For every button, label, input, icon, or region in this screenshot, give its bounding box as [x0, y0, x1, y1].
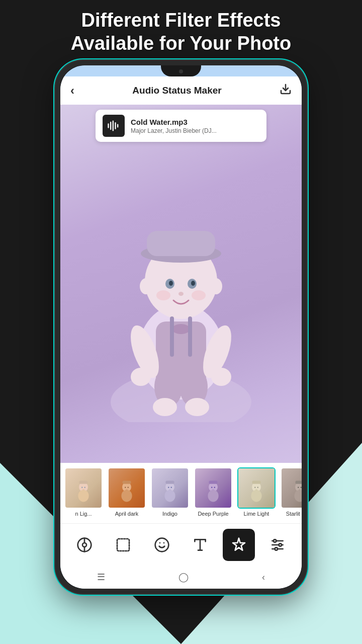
svg-point-60	[298, 487, 299, 488]
svg-rect-5	[117, 124, 118, 128]
svg-rect-3	[113, 121, 114, 131]
svg-point-22	[131, 368, 151, 386]
filter-thumb-april-dark	[108, 467, 146, 509]
toolbar-filter-button[interactable]	[223, 529, 255, 561]
svg-rect-1	[108, 123, 109, 128]
nav-menu[interactable]: ☰	[97, 572, 105, 583]
svg-point-56	[257, 487, 258, 488]
page-title: Different Filter Effects Available for Y…	[0, 9, 362, 55]
filter-item-prev[interactable]: n Lig...	[62, 465, 105, 521]
filter-thumb-indigo	[151, 467, 189, 509]
svg-point-35	[81, 487, 82, 488]
svg-rect-28	[170, 316, 174, 357]
svg-point-45	[168, 487, 169, 488]
svg-point-17	[178, 292, 184, 296]
filter-item-deep-purple[interactable]: Deep Purple	[192, 465, 234, 521]
baby-photo	[60, 105, 302, 478]
phone-screen: ‹ Audio Status Maker	[60, 65, 302, 589]
svg-rect-2	[110, 122, 111, 130]
phone-frame: ‹ Audio Status Maker	[55, 60, 307, 594]
download-button[interactable]	[280, 83, 292, 98]
svg-point-30	[140, 278, 152, 294]
filter-item-lime-light[interactable]: Lime Light	[235, 465, 278, 521]
app-header: ‹ Audio Status Maker	[60, 76, 302, 105]
filter-label-deep-purple: Deep Purple	[198, 511, 228, 517]
svg-point-15	[169, 281, 173, 286]
bottom-toolbar	[60, 523, 302, 566]
svg-rect-12	[147, 231, 215, 256]
svg-point-26	[153, 398, 177, 416]
back-button[interactable]: ‹	[70, 84, 74, 98]
toolbar-text-button[interactable]	[184, 529, 216, 561]
svg-rect-29	[188, 316, 192, 357]
svg-rect-66	[117, 539, 129, 551]
svg-rect-53	[252, 480, 261, 484]
svg-rect-48	[209, 480, 218, 484]
svg-point-59	[294, 490, 302, 502]
filter-thumb-lime-light	[237, 467, 276, 509]
svg-rect-4	[115, 122, 116, 129]
nav-home[interactable]: ◯	[178, 572, 189, 583]
filter-label-lime-light: Lime Light	[244, 511, 269, 517]
filter-label-april-dark: April dark	[115, 511, 138, 517]
svg-point-76	[279, 543, 281, 546]
toolbar-adjust-button[interactable]	[261, 529, 294, 561]
header-title: Audio Status Maker	[132, 85, 221, 96]
svg-point-27	[185, 398, 209, 416]
svg-point-39	[121, 490, 132, 502]
audio-subtitle: Major Lazer, Justin Bieber (DJ...	[131, 127, 259, 134]
svg-point-46	[171, 487, 172, 488]
filter-item-indigo[interactable]: Indigo	[149, 465, 191, 521]
svg-rect-38	[123, 480, 131, 484]
audio-title: Cold Water.mp3	[131, 118, 259, 126]
svg-point-36	[84, 487, 85, 488]
filter-item-starlit-dark[interactable]: Starlit Dark	[279, 465, 302, 521]
filter-label-starlit-dark: Starlit Dark	[286, 511, 302, 517]
filter-strip: n Lig... April dark	[60, 463, 302, 523]
svg-point-18	[156, 290, 170, 300]
svg-point-67	[155, 538, 168, 551]
audio-bar[interactable]: Cold Water.mp3 Major Lazer, Justin Biebe…	[96, 110, 266, 142]
notch	[161, 65, 201, 76]
baby-illustration	[111, 160, 251, 422]
svg-point-34	[78, 490, 88, 502]
svg-point-49	[208, 490, 218, 502]
nav-back[interactable]: ‹	[262, 572, 265, 583]
toolbar-frame-button[interactable]	[107, 529, 139, 561]
svg-rect-43	[166, 480, 174, 484]
svg-rect-58	[296, 480, 302, 484]
filter-label-prev: n Lig...	[75, 511, 92, 517]
filter-label-indigo: Indigo	[162, 511, 177, 517]
svg-point-77	[275, 547, 277, 550]
nav-bar: ☰ ◯ ‹	[60, 566, 302, 589]
camera	[179, 69, 183, 73]
svg-point-54	[251, 490, 261, 502]
filter-thumb-starlit-dark	[281, 467, 302, 509]
svg-point-75	[274, 539, 276, 542]
svg-rect-33	[79, 480, 88, 484]
svg-point-41	[128, 487, 129, 488]
svg-point-51	[214, 487, 215, 488]
filter-item-april-dark[interactable]: April dark	[106, 465, 148, 521]
filter-thumb-deep-purple	[194, 467, 232, 509]
svg-point-44	[164, 490, 175, 502]
svg-point-50	[211, 487, 212, 488]
audio-waveform-icon	[103, 115, 125, 137]
svg-point-19	[192, 290, 206, 300]
photo-area	[60, 105, 302, 478]
svg-point-31	[210, 278, 222, 294]
filter-thumb-prev	[64, 467, 103, 509]
audio-info: Cold Water.mp3 Major Lazer, Justin Biebe…	[131, 118, 259, 134]
svg-point-61	[301, 487, 302, 488]
toolbar-music-button[interactable]	[68, 529, 101, 561]
toolbar-sticker-button[interactable]	[146, 529, 178, 561]
svg-point-9	[172, 324, 190, 334]
svg-point-16	[191, 281, 195, 286]
svg-point-55	[254, 487, 255, 488]
svg-point-40	[125, 487, 126, 488]
svg-point-23	[211, 368, 231, 386]
